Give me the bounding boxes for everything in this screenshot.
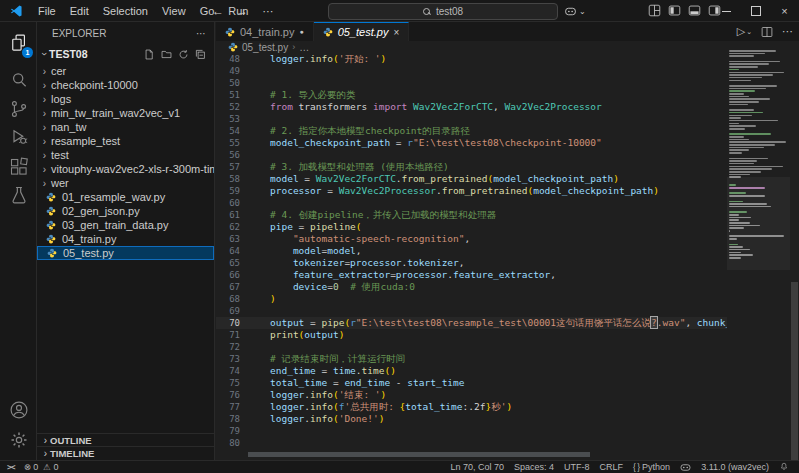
close-button[interactable]: ×: [770, 0, 799, 22]
breadcrumb[interactable]: 05_test.py › …: [216, 41, 736, 53]
run-python-file-button[interactable]: ▷⌄: [737, 25, 752, 38]
collapse-all-icon[interactable]: [195, 49, 206, 60]
code-line-74[interactable]: 74end_time = time.time(): [216, 365, 727, 377]
tree-item-02-gen-json-py[interactable]: 02_gen_json.py: [37, 204, 214, 218]
code-line-59[interactable]: 59processor = Wav2Vec2Processor.from_pre…: [216, 185, 727, 197]
code-line-57[interactable]: 57# 3. 加载模型和处理器 (使用本地路径): [216, 161, 727, 173]
nav-forward-icon[interactable]: →: [236, 4, 248, 18]
tree-item-min-tw-train-wav2vec-v1[interactable]: ›min_tw_train_wav2vec_v1: [37, 106, 214, 120]
tree-item-wer[interactable]: ›wer: [37, 176, 214, 190]
code-line-80[interactable]: 80: [216, 437, 727, 449]
code-line-79[interactable]: 79: [216, 425, 727, 437]
code-line-64[interactable]: 64 model=model,: [216, 245, 727, 257]
modified-dot-icon[interactable]: ●: [299, 28, 303, 35]
notifications-bell-icon[interactable]: [779, 462, 789, 472]
menu-item-selection[interactable]: Selection: [96, 0, 155, 22]
code-line-73[interactable]: 73# 记录结束时间，计算运行时间: [216, 353, 727, 365]
eol-sequence[interactable]: CRLF: [600, 462, 624, 472]
minimize-button[interactable]: [712, 0, 741, 22]
testing-view-button[interactable]: [0, 182, 37, 208]
code-line-62[interactable]: 62pipe = pipeline(: [216, 221, 727, 233]
indentation[interactable]: Spaces: 4: [514, 462, 554, 472]
new-folder-icon[interactable]: [161, 49, 172, 60]
language-mode[interactable]: { } Python: [633, 462, 670, 472]
copilot-status-icon[interactable]: [680, 462, 691, 473]
tree-item-cer[interactable]: ›cer: [37, 64, 214, 78]
code-line-68[interactable]: 68): [216, 293, 727, 305]
copilot-button[interactable]: ⌄: [564, 3, 586, 19]
cursor-position[interactable]: Ln 70, Col 70: [450, 462, 504, 472]
remote-indicator-icon[interactable]: ><: [7, 463, 15, 472]
menu-item-view[interactable]: View: [155, 0, 193, 22]
tab-04-train-py[interactable]: 04_train.py●: [216, 22, 314, 41]
vertical-scrollbar-thumb[interactable]: [791, 282, 798, 460]
maximize-button[interactable]: [741, 0, 770, 22]
explorer-view-button[interactable]: 1: [0, 30, 37, 56]
code-line-60[interactable]: 60: [216, 197, 727, 209]
code-line-66[interactable]: 66 feature_extractor=processor.feature_e…: [216, 269, 727, 281]
horizontal-scrollbar[interactable]: [248, 452, 590, 457]
breadcrumb-file[interactable]: 05_test.py: [242, 42, 288, 53]
code-line-76[interactable]: 76logger.info('结束: '): [216, 389, 727, 401]
menu-item-[interactable]: ⋯: [256, 0, 281, 22]
code-line-54[interactable]: 54# 2. 指定你本地模型checkpoint的目录路径: [216, 125, 727, 137]
tab-05-test-py[interactable]: 05_test.py×: [314, 22, 410, 41]
nav-back-icon[interactable]: ←: [212, 4, 224, 18]
tree-item-resample-test[interactable]: ›resample_test: [37, 134, 214, 148]
outline-panel-header[interactable]: › OUTLINE: [37, 433, 214, 447]
menu-item-edit[interactable]: Edit: [63, 0, 96, 22]
code-line-53[interactable]: 53: [216, 113, 727, 125]
code-line-78[interactable]: 78logger.info('Done!'): [216, 413, 727, 425]
settings-button[interactable]: [0, 427, 37, 453]
code-line-58[interactable]: 58model = Wav2Vec2ForCTC.from_pretrained…: [216, 173, 727, 185]
explorer-more-actions-icon[interactable]: ⋯: [196, 28, 206, 39]
tree-item-test[interactable]: ›test: [37, 148, 214, 162]
problems-indicator[interactable]: ⊗ 0 ⚠ 0: [24, 462, 59, 472]
tree-item-vitouphy-wav2vec2-xls-r-300m-timit-phoneme[interactable]: ›vitouphy-wav2vec2-xls-r-300m-timit-phon…: [37, 162, 214, 176]
tree-item-logs[interactable]: ›logs: [37, 92, 214, 106]
tree-item-05-test-py[interactable]: 05_test.py: [37, 246, 214, 260]
python-interpreter[interactable]: 3.11.0 (wav2vec): [701, 462, 769, 472]
code-line-61[interactable]: 61# 4. 创建pipeline，并传入已加载的模型和处理器: [216, 209, 727, 221]
tree-item-01-resample-wav-py[interactable]: 01_resample_wav.py: [37, 190, 214, 204]
tree-item-03-gen-train-data-py[interactable]: 03_gen_train_data.py: [37, 218, 214, 232]
breadcrumb-symbol[interactable]: …: [299, 42, 309, 53]
code-line-72[interactable]: 72: [216, 341, 727, 353]
command-center-search[interactable]: test08: [328, 3, 558, 20]
code-line-63[interactable]: 63 "automatic-speech-recognition",: [216, 233, 727, 245]
menu-item-file[interactable]: File: [31, 0, 63, 22]
code-line-70[interactable]: 70output = pipe(r"E:\test\test08\resampl…: [216, 317, 727, 329]
code-line-77[interactable]: 77logger.info(f'总共用时: {total_time:.2f}秒'…: [216, 401, 727, 413]
code-line-65[interactable]: 65 tokenizer=processor.tokenizer,: [216, 257, 727, 269]
accounts-button[interactable]: [0, 397, 37, 423]
code-line-67[interactable]: 67 device=0 # 使用cuda:0: [216, 281, 727, 293]
folder-section-header[interactable]: › TEST08: [37, 44, 214, 64]
code-line-69[interactable]: 69: [216, 305, 727, 317]
code-line-75[interactable]: 75total_time = end_time - start_time: [216, 377, 727, 389]
tree-item-nan-tw[interactable]: ›nan_tw: [37, 120, 214, 134]
code-line-71[interactable]: 71print(output): [216, 329, 727, 341]
code-line-49[interactable]: 49: [216, 65, 727, 77]
split-editor-icon[interactable]: [761, 26, 773, 38]
encoding[interactable]: UTF-8: [564, 462, 590, 472]
code-line-56[interactable]: 56: [216, 149, 727, 161]
extensions-view-button[interactable]: [0, 154, 37, 180]
code-line-50[interactable]: 50: [216, 77, 727, 89]
code-line-52[interactable]: 52from transformers import Wav2Vec2ForCT…: [216, 101, 727, 113]
minimap-viewport[interactable]: [727, 177, 790, 270]
run-debug-view-button[interactable]: [0, 124, 37, 150]
tree-item-04-train-py[interactable]: 04_train.py: [37, 232, 214, 246]
close-tab-icon[interactable]: ×: [393, 27, 399, 38]
customize-layout-icon[interactable]: [648, 4, 661, 17]
timeline-panel-header[interactable]: › TIMELINE: [37, 446, 214, 460]
code-line-55[interactable]: 55model_checkpoint_path = r"E:\test\test…: [216, 137, 727, 149]
vertical-scrollbar[interactable]: [790, 22, 799, 460]
code-line-51[interactable]: 51# 1. 导入必要的类: [216, 89, 727, 101]
source-control-view-button[interactable]: [0, 96, 37, 122]
search-view-button[interactable]: [0, 67, 37, 93]
code-line-48[interactable]: 48logger.info('开始: '): [216, 53, 727, 65]
refresh-icon[interactable]: [178, 49, 189, 60]
tree-item-checkpoint-10000[interactable]: ›checkpoint-10000: [37, 78, 214, 92]
toggle-sidebar-icon[interactable]: [668, 4, 681, 17]
toggle-panel-icon[interactable]: [688, 4, 701, 17]
